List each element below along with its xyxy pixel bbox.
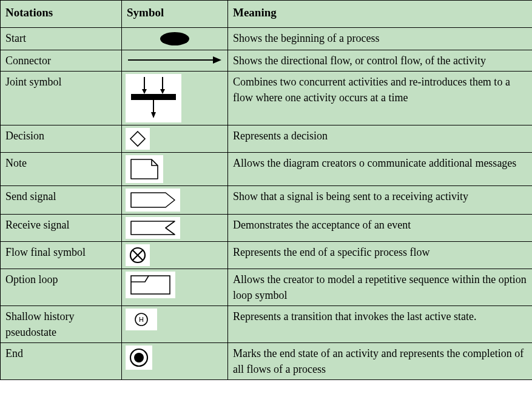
- receive-signal-icon: [126, 217, 180, 239]
- notation-cell: Flow final symbol: [1, 241, 122, 269]
- shallow-history-icon: H: [126, 309, 157, 330]
- table-row: Receive signal Demonstrates the acceptan…: [1, 214, 533, 241]
- notation-cell: Joint symbol: [1, 71, 122, 125]
- meaning-cell: Allows the creator to model a repetitive…: [228, 269, 533, 305]
- table-row: Shallow history pseudostate H Represents…: [1, 305, 533, 342]
- svg-rect-7: [131, 94, 176, 100]
- notation-cell: Connector: [1, 50, 122, 71]
- symbol-cell: H: [122, 305, 228, 342]
- meaning-cell: Represents the end of a specific process…: [228, 241, 533, 269]
- header-symbol: Symbol: [122, 1, 228, 28]
- meaning-cell: Shows the directional flow, or control f…: [228, 50, 533, 71]
- table-row: Flow final symbol Represents the end of …: [1, 241, 533, 269]
- note-icon: [126, 155, 163, 183]
- table-row: Connector Shows the directional flow, or…: [1, 50, 533, 71]
- table-row: Decision Represents a decision: [1, 125, 533, 152]
- meaning-cell: Represents a decision: [228, 125, 533, 152]
- notation-cell: Send signal: [1, 185, 122, 214]
- table-row: End Marks the end state of an activity a…: [1, 343, 533, 380]
- meaning-cell: Show that a signal is being sent to a re…: [228, 185, 533, 214]
- symbol-cell: [122, 50, 228, 71]
- meaning-cell: Demonstrates the acceptance of an event: [228, 214, 533, 241]
- svg-point-0: [160, 32, 189, 45]
- meaning-cell: Represents a transition that invokes the…: [228, 305, 533, 342]
- notation-cell: Shallow history pseudostate: [1, 305, 122, 342]
- table-header-row: Notations Symbol Meaning: [1, 1, 533, 28]
- table-row: Note Allows the diagram creators o commu…: [1, 152, 533, 185]
- svg-rect-14: [131, 276, 170, 294]
- flow-final-icon: [126, 244, 150, 266]
- notation-cell: Note: [1, 152, 122, 185]
- joint-icon: [126, 74, 181, 122]
- header-notations: Notations: [1, 1, 122, 28]
- table-row: Joint symbol: [1, 71, 533, 125]
- svg-marker-6: [160, 89, 165, 94]
- header-meaning: Meaning: [228, 1, 533, 28]
- svg-point-18: [134, 353, 144, 362]
- send-signal-icon: [126, 189, 180, 212]
- table-row: Option loop Allows the creator to model …: [1, 269, 533, 305]
- svg-text:H: H: [139, 316, 144, 323]
- meaning-cell: Combines two concurrent activities and r…: [228, 71, 533, 125]
- start-icon: [158, 30, 192, 47]
- meaning-cell: Marks the end state of an activity and r…: [228, 343, 533, 380]
- notation-cell: Decision: [1, 125, 122, 152]
- notation-cell: Receive signal: [1, 214, 122, 241]
- symbol-cell: [122, 185, 228, 214]
- svg-marker-10: [130, 132, 145, 146]
- option-loop-icon: [126, 272, 175, 298]
- symbol-cell: [122, 27, 228, 50]
- symbol-cell: [122, 343, 228, 380]
- meaning-cell: Allows the diagram creators o communicat…: [228, 152, 533, 185]
- symbol-cell: [122, 241, 228, 269]
- table-row: Send signal Show that a signal is being …: [1, 185, 533, 214]
- symbol-cell: [122, 71, 228, 125]
- connector-icon: [126, 53, 223, 67]
- symbol-cell: [122, 214, 228, 241]
- decision-icon: [126, 128, 150, 150]
- symbol-cell: [122, 152, 228, 185]
- end-icon: [126, 346, 152, 370]
- svg-marker-4: [142, 89, 147, 94]
- svg-marker-2: [213, 56, 221, 64]
- notation-table: Notations Symbol Meaning Start Shows the…: [0, 0, 532, 380]
- meaning-cell: Shows the beginning of a process: [228, 27, 533, 50]
- symbol-cell: [122, 125, 228, 152]
- notation-cell: End: [1, 343, 122, 380]
- svg-marker-9: [151, 112, 156, 118]
- table-row: Start Shows the beginning of a process: [1, 27, 533, 50]
- symbol-cell: [122, 269, 228, 305]
- notation-cell: Option loop: [1, 269, 122, 305]
- notation-cell: Start: [1, 27, 122, 50]
